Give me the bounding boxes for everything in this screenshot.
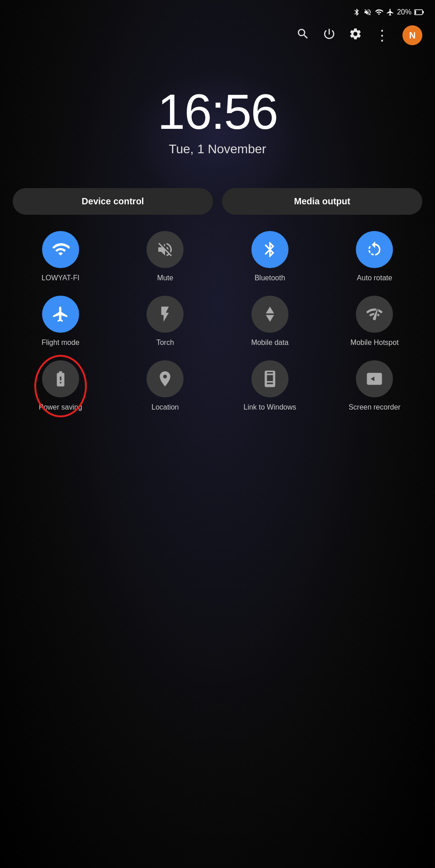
torch-tile[interactable]: Torch (118, 296, 213, 348)
device-control-button[interactable]: Device control (13, 188, 213, 215)
power-icon[interactable] (322, 27, 336, 44)
location-tile-label: Location (151, 403, 179, 412)
airplane-icon (52, 305, 70, 323)
flightmode-tile-label: Flight mode (42, 338, 80, 348)
powersaving-tile-circle (42, 360, 79, 397)
clock-area: 16:56 Tue, 1 November (0, 51, 435, 175)
mobilehotspot-tile[interactable]: Mobile Hotspot (327, 296, 423, 348)
autorotate-icon (365, 241, 383, 259)
airplane-status-icon (386, 8, 394, 16)
powersaving-tile-label: Power saving (39, 403, 82, 412)
location-tile-circle (147, 360, 184, 397)
mute-tile-circle (147, 231, 184, 268)
media-output-button[interactable]: Media output (222, 188, 422, 215)
location-icon (156, 370, 174, 388)
top-actions: ⋮ N (0, 20, 435, 51)
location-tile[interactable]: Location (118, 360, 213, 412)
avatar[interactable]: N (402, 25, 422, 45)
mute-icon (156, 241, 174, 259)
bluetooth-icon (261, 241, 279, 259)
torch-tile-label: Torch (156, 338, 174, 348)
powersaving-icon (52, 370, 70, 388)
mobiledata-tile-label: Mobile data (251, 338, 288, 348)
mute-status-icon (364, 8, 372, 16)
bluetooth-status-icon (353, 8, 361, 16)
bluetooth-tile[interactable]: Bluetooth (222, 231, 318, 283)
mobiledata-tile-circle (251, 296, 288, 333)
mute-tile[interactable]: Mute (118, 231, 213, 283)
flightmode-tile-circle (42, 296, 79, 333)
wifi-icon (52, 241, 70, 259)
tiles-grid: LOWYAT-FI Mute Bluetooth (13, 231, 422, 412)
clock-date: Tue, 1 November (0, 142, 435, 156)
wifi-status-icon (374, 8, 383, 16)
linktowindows-tile-label: Link to Windows (244, 403, 297, 412)
screenrecorder-tile-circle (356, 360, 393, 397)
autorotate-tile-circle (356, 231, 393, 268)
more-icon[interactable]: ⋮ (375, 27, 390, 44)
screenrecorder-icon (365, 370, 383, 388)
mobilehotspot-tile-label: Mobile Hotspot (350, 338, 399, 348)
autorotate-tile-label: Auto rotate (357, 274, 392, 283)
battery-icon (414, 9, 424, 15)
svg-rect-2 (415, 10, 416, 14)
bluetooth-tile-label: Bluetooth (255, 274, 285, 283)
settings-icon[interactable] (349, 27, 362, 44)
torch-icon (156, 305, 174, 323)
linktowindows-tile[interactable]: Link to Windows (222, 360, 318, 412)
mute-tile-label: Mute (157, 274, 173, 283)
status-icons: 20% (353, 8, 424, 16)
wifi-tile[interactable]: LOWYAT-FI (13, 231, 109, 283)
status-bar: 20% (0, 0, 435, 20)
wifi-tile-circle (42, 231, 79, 268)
wifi-tile-label: LOWYAT-FI (42, 274, 80, 283)
linktowindows-tile-circle (251, 360, 288, 397)
mobilehotspot-tile-circle (356, 296, 393, 333)
powersaving-tile[interactable]: Power saving (13, 360, 109, 412)
clock-time: 16:56 (0, 87, 435, 137)
svg-rect-1 (422, 11, 424, 14)
flightmode-tile[interactable]: Flight mode (13, 296, 109, 348)
mobiledata-tile[interactable]: Mobile data (222, 296, 318, 348)
bluetooth-tile-circle (251, 231, 288, 268)
linktowindows-icon (261, 370, 279, 388)
torch-tile-circle (147, 296, 184, 333)
search-icon[interactable] (296, 27, 310, 44)
quick-panel: Device control Media output LOWYAT-FI Mu… (0, 175, 435, 421)
screenrecorder-tile-label: Screen recorder (349, 403, 401, 412)
autorotate-tile[interactable]: Auto rotate (327, 231, 423, 283)
control-row: Device control Media output (13, 188, 422, 215)
hotspot-icon (365, 305, 383, 323)
mobiledata-icon (261, 305, 279, 323)
battery-percent: 20% (397, 8, 411, 16)
screenrecorder-tile[interactable]: Screen recorder (327, 360, 423, 412)
